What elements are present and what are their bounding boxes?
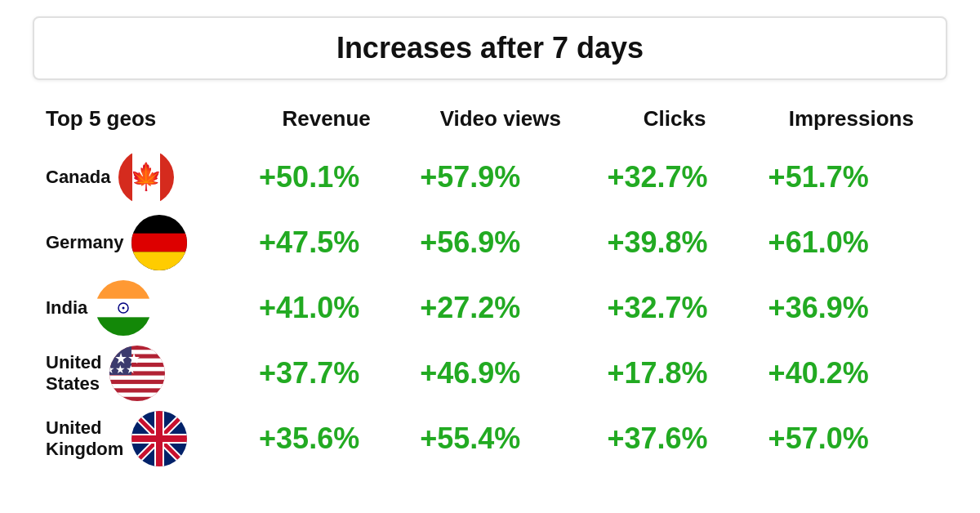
value-revenue: +50.1%	[246, 145, 407, 210]
country-name: United States	[46, 352, 101, 395]
value-impressions: +51.7%	[755, 145, 947, 210]
value-revenue: +41.0%	[246, 275, 407, 341]
value-revenue: +47.5%	[246, 210, 407, 275]
country-name: United Kingdom	[46, 417, 123, 461]
revenue-value: +35.6%	[259, 422, 359, 455]
svg-rect-16	[109, 376, 165, 380]
flag-usa: ★★★ ★★★	[109, 346, 165, 401]
revenue-value: +47.5%	[259, 225, 359, 259]
value-impressions: +40.2%	[755, 341, 947, 406]
col-header-revenue: Revenue	[246, 100, 407, 145]
value-revenue: +35.6%	[246, 406, 407, 471]
table-row: India +41.0%+27.2%+32.7%+36.9%	[33, 275, 947, 341]
col-header-impressions: Impressions	[755, 100, 947, 145]
value-video_views: +55.4%	[407, 406, 594, 471]
clicks-value: +32.7%	[607, 160, 707, 194]
clicks-value: +17.8%	[607, 356, 707, 390]
value-video_views: +57.9%	[407, 145, 594, 210]
flag-germany	[131, 215, 187, 270]
video_views-value: +55.4%	[420, 422, 520, 455]
value-video_views: +56.9%	[407, 210, 594, 275]
svg-rect-18	[109, 393, 165, 397]
col-header-clicks: Clicks	[594, 100, 755, 145]
impressions-value: +51.7%	[768, 160, 869, 194]
flag-canada: 🍁	[118, 149, 174, 205]
revenue-value: +37.7%	[259, 356, 359, 390]
col-header-geo: Top 5 geos	[33, 100, 246, 145]
svg-point-11	[122, 307, 125, 310]
impressions-value: +36.9%	[768, 291, 869, 324]
country-name: Canada	[46, 167, 110, 188]
value-clicks: +32.7%	[594, 275, 755, 341]
value-video_views: +46.9%	[407, 341, 594, 406]
flag-uk	[131, 411, 187, 466]
country-name: Germany	[46, 232, 123, 253]
table-row: United Kingdom +35.6%+55.4%+37.6%+57.0%	[33, 406, 947, 471]
table-row: United States ★★★ ★★★ +37.7%+46.9%+17.8%…	[33, 341, 947, 406]
revenue-value: +41.0%	[259, 291, 359, 324]
clicks-value: +39.8%	[607, 225, 707, 259]
table-row: Germany +47.5%+56.9%+39.8%+61.0%	[33, 210, 947, 275]
country-cell: United States ★★★ ★★★	[33, 341, 246, 406]
title-box: Increases after 7 days	[33, 16, 947, 80]
table-row: Canada 🍁 +50.1%+57.9%+32.7%+51.7%	[33, 145, 947, 210]
value-impressions: +36.9%	[755, 275, 947, 341]
revenue-value: +50.1%	[259, 160, 359, 194]
video_views-value: +46.9%	[420, 356, 520, 390]
page: Increases after 7 days Top 5 geos Revenu…	[0, 0, 980, 513]
svg-rect-17	[109, 384, 165, 388]
country-cell: Canada 🍁	[33, 145, 246, 210]
video_views-value: +57.9%	[420, 160, 520, 194]
country-cell: India	[33, 275, 246, 341]
svg-rect-6	[131, 252, 187, 270]
value-clicks: +39.8%	[594, 210, 755, 275]
svg-text:🍁: 🍁	[130, 161, 163, 192]
svg-rect-5	[131, 234, 187, 252]
video_views-value: +56.9%	[420, 225, 520, 259]
value-revenue: +37.7%	[246, 341, 407, 406]
impressions-value: +40.2%	[768, 356, 869, 390]
svg-rect-8	[96, 280, 151, 299]
svg-rect-9	[96, 317, 151, 336]
country-name: India	[46, 297, 87, 319]
value-video_views: +27.2%	[407, 275, 594, 341]
clicks-value: +37.6%	[607, 422, 707, 455]
clicks-value: +32.7%	[607, 291, 707, 324]
value-impressions: +57.0%	[755, 406, 947, 471]
impressions-value: +57.0%	[768, 422, 869, 455]
value-impressions: +61.0%	[755, 210, 947, 275]
flag-india	[96, 280, 151, 336]
page-title: Increases after 7 days	[51, 31, 929, 65]
impressions-value: +61.0%	[768, 225, 869, 259]
value-clicks: +17.8%	[594, 341, 755, 406]
value-clicks: +37.6%	[594, 406, 755, 471]
svg-text:★★★: ★★★	[109, 363, 136, 376]
data-table: Top 5 geos Revenue Video views Clicks Im…	[33, 100, 947, 471]
col-header-video-views: Video views	[407, 100, 594, 145]
svg-rect-30	[131, 435, 187, 442]
value-clicks: +32.7%	[594, 145, 755, 210]
video_views-value: +27.2%	[420, 291, 520, 324]
country-cell: Germany	[33, 210, 246, 275]
country-cell: United Kingdom	[33, 406, 246, 471]
